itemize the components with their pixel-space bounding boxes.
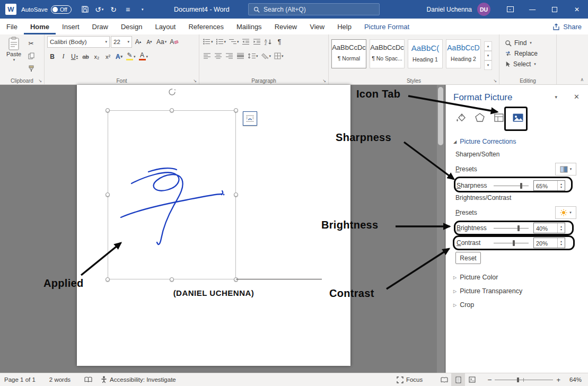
- search-box[interactable]: Search (Alt+Q): [248, 3, 380, 15]
- quick-list-icon[interactable]: ≡: [121, 0, 135, 19]
- resize-handle-bottom-left[interactable]: [106, 277, 110, 282]
- undo-dropdown-icon[interactable]: ▾: [102, 7, 104, 12]
- zoom-slider-thumb[interactable]: [517, 378, 519, 382]
- close-button[interactable]: ✕: [566, 0, 588, 19]
- tab-mailings[interactable]: Mailings: [230, 19, 268, 34]
- share-button[interactable]: Share: [552, 19, 582, 34]
- resize-handle-bottom-center[interactable]: [170, 277, 174, 282]
- styles-gallery-scrollbar[interactable]: ▴ ▾ ▾: [484, 41, 492, 70]
- cut-icon[interactable]: ✂: [26, 38, 36, 49]
- tab-picture-format[interactable]: Picture Format: [358, 19, 416, 34]
- collapse-ribbon-icon[interactable]: ∧: [580, 77, 584, 82]
- read-mode-icon[interactable]: [437, 373, 451, 386]
- paste-dropdown-icon[interactable]: ▾: [13, 58, 15, 62]
- style-normal[interactable]: AaBbCcDc ¶ Normal: [331, 39, 366, 68]
- tab-review[interactable]: Review: [268, 19, 304, 34]
- font-name-dropdown-icon[interactable]: ▾: [105, 40, 107, 44]
- word-count[interactable]: 2 words: [49, 376, 71, 383]
- font-name-select[interactable]: Calibri (Body)▾: [47, 36, 110, 48]
- resize-handle-middle-left[interactable]: [106, 192, 110, 197]
- zoom-in-icon[interactable]: +: [556, 376, 560, 384]
- tab-layout[interactable]: Layout: [148, 19, 182, 34]
- style-heading-2[interactable]: AaBbCcD Heading 2: [446, 39, 481, 68]
- copy-icon[interactable]: [26, 50, 36, 62]
- underline-icon[interactable]: U▾: [69, 51, 80, 62]
- clear-formatting-icon[interactable]: A: [169, 37, 179, 48]
- minimize-button[interactable]: —: [521, 0, 543, 19]
- save-icon[interactable]: [78, 0, 92, 19]
- format-painter-icon[interactable]: [26, 63, 36, 74]
- web-layout-icon[interactable]: [465, 373, 479, 386]
- resize-handle-top-center[interactable]: [170, 108, 174, 112]
- styles-scroll-up-icon[interactable]: ▴: [484, 41, 492, 51]
- strikethrough-icon[interactable]: ab: [81, 51, 91, 62]
- layout-options-button[interactable]: [243, 111, 257, 126]
- bold-icon[interactable]: B: [47, 51, 57, 62]
- paste-button[interactable]: Paste ▾: [3, 37, 24, 74]
- accessibility-status[interactable]: Accessibility: Investigate: [101, 376, 176, 383]
- reset-button[interactable]: Reset: [455, 252, 481, 264]
- tab-help[interactable]: Help: [331, 19, 358, 34]
- rotate-handle[interactable]: [168, 87, 177, 96]
- subscript-icon[interactable]: x₂: [92, 51, 102, 62]
- numbering-icon[interactable]: ▾: [215, 36, 227, 47]
- decrease-indent-icon[interactable]: [241, 36, 251, 47]
- avatar[interactable]: DU: [477, 3, 490, 16]
- resize-handle-top-right[interactable]: [234, 108, 238, 112]
- styles-gallery-more-icon[interactable]: ▾: [484, 60, 492, 70]
- superscript-icon[interactable]: x²: [103, 51, 113, 62]
- section-crop[interactable]: ▷ Crop: [453, 301, 474, 309]
- resize-handle-top-left[interactable]: [106, 108, 110, 112]
- proofing-icon[interactable]: [84, 376, 92, 383]
- customize-quick-access-icon[interactable]: ▾: [135, 0, 150, 19]
- fill-line-tab-icon[interactable]: [452, 108, 469, 127]
- text-effects-icon[interactable]: A▾: [114, 51, 124, 62]
- shrink-font-icon[interactable]: A▾: [144, 37, 154, 48]
- paragraph-dialog-launcher-icon[interactable]: ↘: [322, 78, 326, 83]
- justify-icon[interactable]: [235, 50, 245, 62]
- styles-scroll-down-icon[interactable]: ▾: [484, 51, 492, 60]
- grow-font-icon[interactable]: A▴: [133, 37, 143, 48]
- user-name[interactable]: Daniel Uchenna: [427, 6, 472, 13]
- align-center-icon[interactable]: [213, 50, 223, 62]
- font-color-icon[interactable]: A▾: [138, 51, 150, 62]
- tab-file[interactable]: File: [0, 19, 24, 34]
- undo-icon[interactable]: ↺▾: [92, 0, 107, 19]
- tab-view[interactable]: View: [303, 19, 331, 34]
- pane-options-dropdown-icon[interactable]: ▾: [555, 94, 557, 100]
- redo-icon[interactable]: ↻: [107, 0, 121, 19]
- document-scrollbar-thumb[interactable]: [438, 87, 443, 145]
- maximize-button[interactable]: [543, 0, 566, 19]
- document-scrollbar[interactable]: [437, 85, 444, 373]
- tab-references[interactable]: References: [182, 19, 230, 34]
- document-page[interactable]: (DANIEL UCHENNA): [77, 85, 350, 366]
- sort-icon[interactable]: AZ: [264, 36, 274, 47]
- change-case-icon[interactable]: Aa▾: [155, 37, 168, 48]
- pilcrow-icon[interactable]: ¶: [275, 36, 285, 47]
- tab-home[interactable]: Home: [24, 19, 56, 34]
- tab-insert[interactable]: Insert: [56, 19, 86, 34]
- align-left-icon[interactable]: [202, 50, 212, 62]
- tab-draw[interactable]: Draw: [86, 19, 115, 34]
- print-layout-icon[interactable]: [451, 373, 465, 386]
- find-button[interactable]: Find ▾: [499, 38, 556, 48]
- increase-indent-icon[interactable]: [252, 36, 262, 47]
- line-spacing-icon[interactable]: ▾: [247, 50, 259, 62]
- focus-button[interactable]: Focus: [397, 376, 423, 383]
- replace-button[interactable]: Replace: [499, 48, 556, 59]
- bc-presets-button[interactable]: ▾: [555, 206, 576, 219]
- resize-handle-middle-right[interactable]: [234, 192, 238, 197]
- clipboard-dialog-launcher-icon[interactable]: ↘: [38, 78, 42, 83]
- font-size-select[interactable]: 22▾: [111, 36, 132, 48]
- style-no-spacing[interactable]: AaBbCcDc ¶ No Spac...: [370, 39, 405, 68]
- borders-icon[interactable]: ▾: [273, 50, 285, 62]
- ribbon-display-options-icon[interactable]: ⌄: [499, 0, 521, 19]
- zoom-out-icon[interactable]: −: [487, 375, 492, 384]
- section-picture-color[interactable]: ▷ Picture Color: [453, 274, 498, 281]
- font-size-dropdown-icon[interactable]: ▾: [127, 40, 129, 44]
- tab-design[interactable]: Design: [115, 19, 148, 34]
- signature-image[interactable]: [117, 159, 254, 255]
- zoom-slider[interactable]: [495, 376, 553, 383]
- page-indicator[interactable]: Page 1 of 1: [4, 376, 36, 383]
- autosave-toggle[interactable]: Off: [51, 5, 72, 14]
